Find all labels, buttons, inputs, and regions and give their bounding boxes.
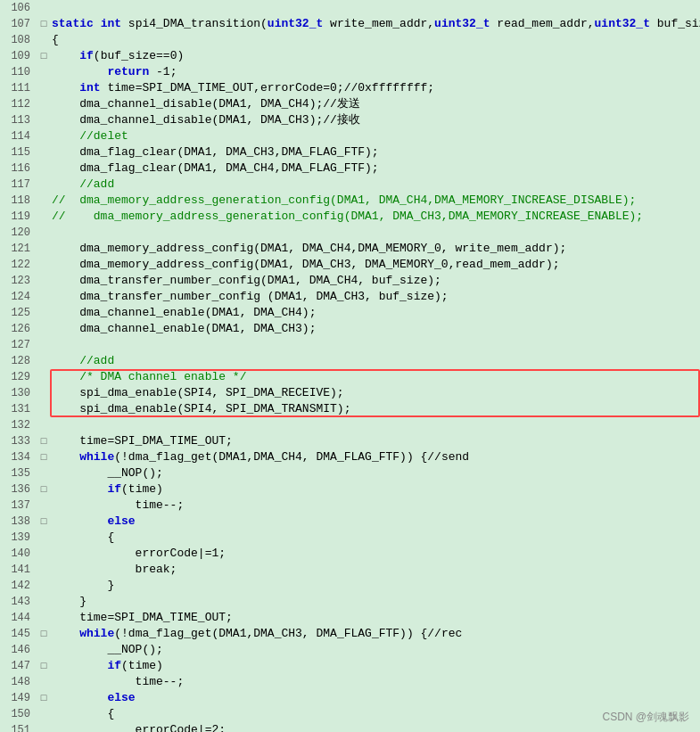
line-number: 126: [0, 321, 37, 337]
line-number: 137: [0, 498, 37, 514]
code-line: 117 //add: [0, 177, 700, 193]
code-line: 140 errorCode|=1;: [0, 546, 700, 562]
code-text: /* DMA channel enable */: [50, 369, 700, 385]
line-number: 127: [0, 337, 37, 353]
code-text: else: [50, 514, 700, 530]
code-line: 118// dma_memory_address_generation_conf…: [0, 193, 700, 209]
code-text: time--;: [50, 674, 700, 690]
line-number: 130: [0, 385, 37, 401]
line-number: 123: [0, 273, 37, 289]
code-line: 123 dma_transfer_number_config(DMA1, DMA…: [0, 273, 700, 289]
code-line: 119// dma_memory_address_generation_conf…: [0, 209, 700, 225]
code-line: 112 dma_channel_disable(DMA1, DMA_CH4);/…: [0, 96, 700, 112]
code-line: 143 }: [0, 594, 700, 610]
code-line: 106: [0, 0, 700, 16]
line-number: 135: [0, 465, 37, 481]
code-text: time=SPI_DMA_TIME_OUT;: [50, 433, 700, 449]
fold-icon[interactable]: □: [37, 690, 50, 706]
code-text: dma_flag_clear(DMA1, DMA_CH3,DMA_FLAG_FT…: [50, 144, 700, 160]
code-text: while(!dma_flag_get(DMA1,DMA_CH3, DMA_FL…: [50, 626, 700, 642]
code-text: return -1;: [50, 64, 700, 80]
code-line: 127: [0, 337, 700, 353]
code-text: spi_dma_enable(SPI4, SPI_DMA_RECEIVE);: [50, 385, 700, 401]
code-line: 108{: [0, 32, 700, 48]
line-number: 113: [0, 112, 37, 128]
line-number: 134: [0, 449, 37, 465]
code-line: 136□ if(time): [0, 481, 700, 498]
code-line: 122 dma_memory_address_config(DMA1, DMA_…: [0, 257, 700, 273]
code-line: 124 dma_transfer_number_config (DMA1, DM…: [0, 289, 700, 305]
fold-icon[interactable]: □: [37, 481, 50, 498]
line-number: 122: [0, 257, 37, 273]
code-text: dma_channel_enable(DMA1, DMA_CH3);: [50, 321, 700, 337]
code-text: if(time): [50, 481, 700, 498]
code-line: 139 {: [0, 530, 700, 546]
code-line: 151 errorCode|=2;: [0, 722, 700, 732]
code-line: 113 dma_channel_disable(DMA1, DMA_CH3);/…: [0, 112, 700, 128]
code-line: 126 dma_channel_enable(DMA1, DMA_CH3);: [0, 321, 700, 337]
fold-icon[interactable]: □: [37, 48, 50, 64]
code-text: }: [50, 578, 700, 594]
line-number: 125: [0, 305, 37, 321]
code-text: }: [50, 594, 700, 610]
line-number: 108: [0, 32, 37, 48]
code-text: static int spi4_DMA_transition(uint32_t …: [50, 16, 700, 32]
code-line: 142 }: [0, 578, 700, 594]
code-line: 125 dma_channel_enable(DMA1, DMA_CH4);: [0, 305, 700, 321]
code-line: 148 time--;: [0, 674, 700, 690]
code-text: dma_transfer_number_config (DMA1, DMA_CH…: [50, 289, 700, 305]
code-line: 144 time=SPI_DMA_TIME_OUT;: [0, 610, 700, 626]
code-line: 107□static int spi4_DMA_transition(uint3…: [0, 16, 700, 32]
code-line: 147□ if(time): [0, 658, 700, 674]
code-line: 137 time--;: [0, 498, 700, 514]
code-line: 133□ time=SPI_DMA_TIME_OUT;: [0, 433, 700, 449]
code-text: dma_channel_disable(DMA1, DMA_CH3);//接收: [50, 112, 700, 128]
code-text: // dma_memory_address_generation_config(…: [50, 209, 700, 225]
fold-icon[interactable]: □: [37, 449, 50, 465]
code-text: dma_flag_clear(DMA1, DMA_CH4,DMA_FLAG_FT…: [50, 160, 700, 177]
line-number: 119: [0, 209, 37, 225]
line-number: 132: [0, 417, 37, 433]
fold-icon[interactable]: □: [37, 658, 50, 674]
code-line: 138□ else: [0, 514, 700, 530]
line-number: 129: [0, 369, 37, 385]
line-number: 146: [0, 642, 37, 658]
line-number: 139: [0, 530, 37, 546]
code-text: __NOP();: [50, 642, 700, 658]
code-text: {: [50, 530, 700, 546]
fold-icon[interactable]: □: [37, 16, 50, 32]
code-line: 149□ else: [0, 690, 700, 706]
code-line: 130 spi_dma_enable(SPI4, SPI_DMA_RECEIVE…: [0, 385, 700, 401]
fold-icon[interactable]: □: [37, 514, 50, 530]
line-number: 106: [0, 0, 37, 16]
line-number: 120: [0, 225, 37, 241]
code-text: if(time): [50, 658, 700, 674]
line-number: 107: [0, 16, 37, 32]
line-number: 117: [0, 177, 37, 193]
line-number: 115: [0, 144, 37, 160]
code-line: 150 {: [0, 706, 700, 722]
code-line: 114 //delet: [0, 128, 700, 144]
code-text: errorCode|=1;: [50, 546, 700, 562]
line-number: 114: [0, 128, 37, 144]
line-number: 142: [0, 578, 37, 594]
line-number: 150: [0, 706, 37, 722]
fold-icon[interactable]: □: [37, 433, 50, 449]
line-number: 145: [0, 626, 37, 642]
line-number: 112: [0, 96, 37, 112]
line-number: 140: [0, 546, 37, 562]
code-text: dma_memory_address_config(DMA1, DMA_CH4,…: [50, 241, 700, 257]
line-number: 124: [0, 289, 37, 305]
line-number: 144: [0, 610, 37, 626]
code-text: break;: [50, 562, 700, 578]
code-text: time=SPI_DMA_TIME_OUT;: [50, 610, 700, 626]
code-text: spi_dma_enable(SPI4, SPI_DMA_TRANSMIT);: [50, 401, 700, 417]
code-editor: 106107□static int spi4_DMA_transition(ui…: [0, 0, 700, 732]
line-number: 118: [0, 193, 37, 209]
code-line: 129 /* DMA channel enable */: [0, 369, 700, 385]
code-text: time--;: [50, 498, 700, 514]
code-line: 132: [0, 417, 700, 433]
code-line: 110 return -1;: [0, 64, 700, 80]
code-text: //add: [50, 353, 700, 369]
fold-icon[interactable]: □: [37, 626, 50, 642]
